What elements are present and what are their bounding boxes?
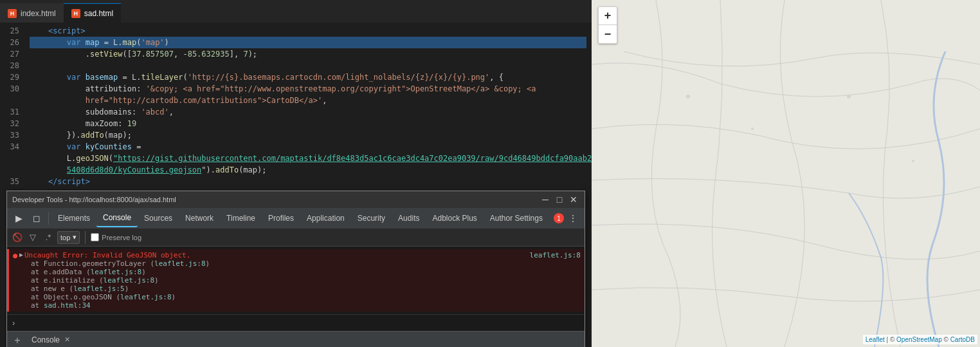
device-mode-icon[interactable]: ◻ (28, 209, 46, 227)
cartodb-link[interactable]: CartoDB (950, 336, 975, 343)
tab-sad-html[interactable]: H sad.html (64, 3, 121, 23)
tab-index-html[interactable]: H index.html (0, 3, 64, 23)
stack-link-3[interactable]: leaflet.js:8 (104, 276, 154, 285)
tab-index-html-label: index.html (21, 9, 56, 18)
add-tab-button[interactable]: + (10, 333, 25, 348)
console-error-entry: ● ▶ Uncaught Error: Invalid GeoJSON obje… (7, 249, 585, 312)
error-expand-icon[interactable]: ▶ (19, 251, 23, 258)
tab-author-settings[interactable]: Author Settings (484, 209, 549, 227)
tab-sources[interactable]: Sources (138, 209, 179, 227)
console-toolbar: 🚫 ▽ .* top ▾ Preserve log (7, 229, 585, 247)
regex-icon[interactable]: .* (42, 231, 55, 244)
restore-button[interactable]: □ (554, 194, 565, 205)
filter-icon[interactable]: ▽ (26, 231, 39, 244)
bottom-tabbar: + Console ✕ (7, 331, 585, 347)
error-stack-trace: at Function.geometryToLayer (leaflet.js:… (24, 259, 581, 310)
minimize-button[interactable]: ─ (540, 194, 551, 205)
tab-elements[interactable]: Elements (51, 209, 96, 227)
more-options-icon[interactable]: ⋮ (564, 209, 582, 227)
svg-point-3 (847, 95, 851, 98)
tab-network[interactable]: Network (179, 209, 220, 227)
svg-rect-0 (592, 0, 980, 347)
error-badge: 1 (554, 213, 564, 223)
error-source-link[interactable]: leaflet.js:8 (530, 251, 581, 259)
close-button[interactable]: ✕ (568, 194, 579, 205)
tab-adblock-plus[interactable]: Adblock Plus (426, 209, 483, 227)
editor-tabs: H index.html H sad.html (0, 0, 592, 23)
osm-link[interactable]: OpenStreetMap (896, 336, 942, 343)
stack-frame-1: at Function.geometryToLayer (leaflet.js:… (31, 259, 581, 268)
tab-timeline[interactable]: Timeline (220, 209, 262, 227)
clear-console-icon[interactable]: 🚫 (11, 231, 24, 244)
map-svg (592, 0, 980, 347)
console-prompt-icon: › (12, 318, 15, 328)
error-main-line: Uncaught Error: Invalid GeoJSON object. … (24, 251, 581, 259)
devtools-titlebar: Developer Tools - http://localhost:8000/… (7, 191, 585, 208)
inspect-element-icon[interactable]: ▶ (10, 209, 28, 227)
console-input[interactable] (20, 319, 579, 328)
console-bottom-tab[interactable]: Console ✕ (25, 332, 78, 348)
svg-point-4 (912, 160, 914, 162)
error-circle-icon: ● (13, 251, 17, 260)
stack-frame-2: at e.addData (leaflet.js:8) (31, 268, 581, 276)
preserve-log-checkbox[interactable] (91, 233, 99, 241)
stack-frame-4: at new e (leaflet.js:5) (31, 285, 581, 293)
stack-link-4[interactable]: leaflet.js:5 (73, 285, 124, 293)
context-dropdown-label: top (60, 234, 70, 241)
stack-frame-3: at e.initialize (leaflet.js:8) (31, 276, 581, 285)
stack-link-2[interactable]: leaflet.js:8 (91, 268, 141, 276)
zoom-in-button[interactable]: + (599, 7, 617, 25)
map-area: + − Leaflet | © OpenStreetMap © CartoDB (592, 0, 980, 347)
html-icon-2: H (71, 9, 80, 18)
stack-link-6[interactable]: sad.html:34 (44, 301, 91, 310)
stack-frame-6: at sad.html:34 (31, 301, 581, 310)
error-message: Uncaught Error: Invalid GeoJSON object. (24, 251, 190, 259)
preserve-log-label[interactable]: Preserve log (91, 233, 141, 241)
console-input-row: › (7, 314, 585, 331)
devtools-window-controls: ─ □ ✕ (540, 194, 579, 205)
map-controls: + − (598, 6, 617, 44)
map-credit: Leaflet | © OpenStreetMap © CartoDB (863, 335, 977, 344)
console-bottom-tab-label: Console (32, 335, 60, 344)
error-count-badge: 1 (554, 213, 564, 223)
nav-separator (48, 212, 49, 225)
leaflet-link[interactable]: Leaflet (866, 336, 885, 343)
tab-sad-html-label: sad.html (84, 9, 113, 18)
stack-link-1[interactable]: leaflet.js:8 (154, 259, 205, 268)
dropdown-arrow-icon: ▾ (73, 233, 77, 241)
zoom-out-button[interactable]: − (599, 25, 617, 43)
console-output: ● ▶ Uncaught Error: Invalid GeoJSON obje… (7, 247, 585, 314)
tab-application[interactable]: Application (300, 209, 351, 227)
stack-frame-5: at Object.o.geoJSON (leaflet.js:8) (31, 293, 581, 301)
stack-link-5[interactable]: leaflet.js:8 (120, 293, 171, 301)
svg-point-1 (686, 95, 690, 98)
tab-security[interactable]: Security (351, 209, 392, 227)
devtools-panel: Developer Tools - http://localhost:8000/… (6, 191, 585, 347)
close-console-tab-button[interactable]: ✕ (62, 335, 71, 344)
tab-audits[interactable]: Audits (392, 209, 426, 227)
devtools-nav: ▶ ◻ Elements Console Sources Network Tim… (7, 208, 585, 229)
toolbar-sep (85, 231, 86, 244)
html-icon: H (8, 9, 17, 18)
tab-profiles[interactable]: Profiles (262, 209, 300, 227)
svg-point-2 (751, 127, 754, 130)
tab-console[interactable]: Console (96, 209, 138, 227)
context-dropdown[interactable]: top ▾ (57, 231, 80, 244)
devtools-title: Developer Tools - http://localhost:8000/… (12, 196, 176, 203)
